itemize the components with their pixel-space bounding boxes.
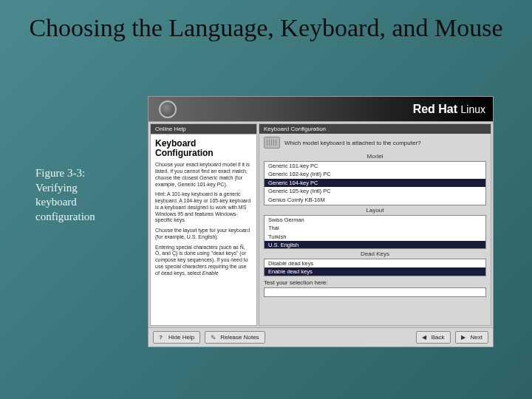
next-button[interactable]: Next (455, 331, 488, 344)
figure-caption: Figure 3-3: Verifying keyboard configura… (35, 166, 139, 224)
note-icon (211, 334, 217, 341)
config-panel: Keyboard Configuration Which model keybo… (259, 123, 491, 326)
list-item[interactable]: Turkish (265, 233, 485, 241)
slide-title: Choosing the Language, Keyboard, and Mou… (0, 0, 532, 47)
config-panel-tab: Keyboard Configuration (259, 124, 491, 134)
caption-line: Verifying (35, 182, 78, 194)
keyboard-icon (264, 137, 280, 149)
caption-line: configuration (35, 211, 95, 222)
redhat-logo-icon (159, 100, 177, 118)
test-input[interactable] (264, 287, 486, 297)
prompt-text: Which model keyboard is attached to the … (284, 140, 421, 146)
config-prompt: Which model keyboard is attached to the … (264, 137, 486, 149)
footer-bar: Hide Help Release Notes Back Next (149, 327, 493, 347)
banner-product: Red Hat (413, 103, 457, 115)
help-title: Keyboard Configuration (155, 139, 252, 158)
help-panel-tab: Online Help (151, 124, 256, 134)
help-paragraph: Choose the layout type for your keyboard… (155, 228, 252, 241)
button-label: Next (471, 334, 482, 341)
section-header-layout: Layout (264, 207, 486, 214)
list-item[interactable]: U.S. English (265, 241, 485, 249)
model-listbox[interactable]: Generic 101-key PCGeneric 102-key (Intl)… (264, 161, 486, 205)
back-button[interactable]: Back (416, 331, 451, 344)
help-paragraph: Entering special characters (such as Ñ, … (155, 245, 252, 277)
caption-line: keyboard (35, 196, 77, 208)
banner-title: Red Hat Linux (413, 103, 485, 116)
layout-listbox[interactable]: Swiss GermanThaiTurkishU.S. EnglishU.S. … (264, 215, 486, 249)
release-notes-button[interactable]: Release Notes (205, 331, 265, 344)
help-panel: Online Help Keyboard Configuration Choos… (150, 123, 257, 326)
list-item[interactable]: HP Internet (265, 204, 485, 205)
list-item[interactable]: Thai (265, 224, 485, 232)
next-icon (461, 334, 468, 341)
list-item[interactable]: Genius Comfy KB-16M (265, 196, 485, 204)
button-label: Back (432, 334, 445, 341)
deadkeys-listbox[interactable]: Disable dead keysEnable dead keys (264, 259, 486, 276)
button-label: Release Notes (220, 334, 259, 341)
test-label: Test your selection here: (264, 279, 486, 286)
list-item[interactable]: Generic 102-key (Intl) PC (265, 170, 485, 178)
help-paragraph: Choose your exact keyboard model if it i… (155, 162, 252, 188)
list-item[interactable]: Generic 101-key PC (265, 162, 485, 170)
section-header-model: Model (264, 153, 486, 160)
banner: Red Hat Linux (149, 97, 493, 122)
installer-screenshot: Red Hat Linux Online Help Keyboard Confi… (148, 96, 494, 347)
button-label: Hide Help (168, 334, 194, 341)
list-item[interactable]: Generic 105-key (Intl) PC (265, 187, 485, 195)
hide-help-button[interactable]: Hide Help (153, 331, 200, 344)
list-item[interactable]: Disable dead keys (265, 259, 485, 267)
back-icon (422, 334, 429, 341)
list-item[interactable]: Generic 104-key PC (265, 179, 485, 187)
banner-suffix: Linux (461, 103, 485, 115)
list-item[interactable]: Enable dead keys (265, 267, 485, 276)
help-paragraph: Hint: A 101-key keyboard is a generic ke… (155, 191, 252, 224)
section-header-deadkeys: Dead Keys (264, 250, 486, 257)
help-icon (159, 334, 166, 341)
help-content: Keyboard Configuration Choose your exact… (151, 134, 256, 325)
list-item[interactable]: Swiss German (265, 216, 485, 224)
caption-line: Figure 3-3: (35, 167, 85, 179)
